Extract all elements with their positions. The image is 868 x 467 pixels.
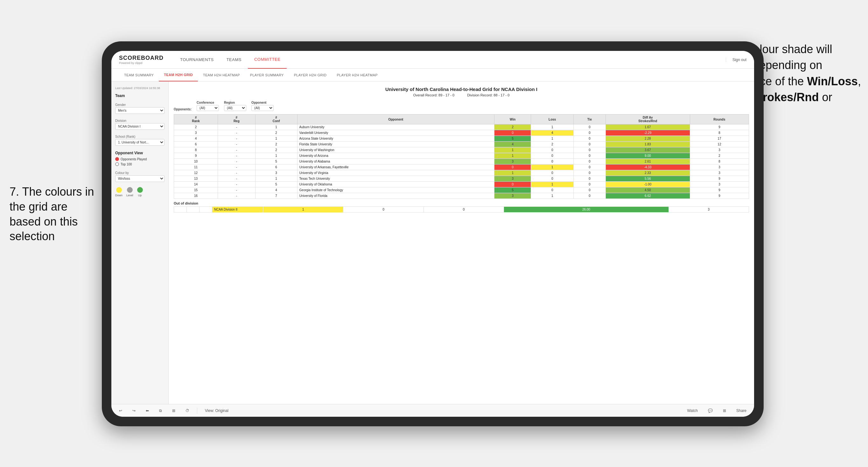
gender-label: Gender	[115, 103, 164, 106]
legend-up: Up	[137, 187, 143, 197]
last-updated: Last Updated: 27/03/2024 16:55:38	[115, 87, 164, 90]
table-row: 12 - 3 University of Virginia 1 0 0 2.33…	[174, 170, 749, 176]
legend-down: Down	[115, 187, 123, 197]
legend-dot-down	[116, 187, 122, 193]
filter-opponent-select[interactable]: (All)	[251, 105, 274, 111]
school-select[interactable]: 1. University of Nort...	[115, 139, 164, 146]
app-header: SCOREBOARD Powered by clippd TOURNAMENTS…	[111, 51, 754, 69]
grid-area: University of North Carolina Head-to-Hea…	[168, 82, 754, 404]
main-content: Last Updated: 27/03/2024 16:55:38 Team G…	[111, 82, 754, 404]
filter-conference: Conference (All)	[197, 101, 219, 111]
tab-team-h2h-grid[interactable]: TEAM H2H GRID	[159, 69, 198, 82]
toolbar-watch[interactable]: Watch	[684, 407, 700, 414]
table-row: 14 - 5 University of Oklahoma 0 1 0 -1.0…	[174, 182, 749, 187]
tab-team-h2h-heatmap[interactable]: TEAM H2H HEATMAP	[198, 69, 245, 82]
filter-region: Region (All)	[224, 101, 246, 111]
toolbar-comment[interactable]: 💬	[705, 407, 715, 414]
colour-by-select[interactable]: Win/loss	[115, 175, 164, 182]
col-rank: #Rank	[174, 115, 218, 124]
grid-records: Overall Record: 89 - 17 - 0 Division Rec…	[174, 93, 749, 97]
tablet-frame: SCOREBOARD Powered by clippd TOURNAMENTS…	[102, 41, 764, 426]
tab-player-summary[interactable]: PLAYER SUMMARY	[245, 69, 289, 82]
out-division-table: NCAA Division II 1 0 0 26.00 3	[174, 207, 749, 213]
filters-row: Opponents: Conference (All) Region (All)	[174, 101, 749, 111]
gender-select[interactable]: Men's	[115, 107, 164, 114]
nav-committee[interactable]: COMMITTEE	[248, 51, 287, 69]
radio-dot-opponents-played	[115, 157, 119, 161]
radio-opponents-played[interactable]: Opponents Played	[115, 157, 164, 161]
col-win: Win	[494, 115, 531, 124]
toolbar-back[interactable]: ⬅	[143, 407, 151, 414]
filter-region-select[interactable]: (All)	[224, 105, 246, 111]
color-legend: Down Level Up	[115, 187, 164, 197]
division-select[interactable]: NCAA Division I	[115, 123, 164, 130]
overall-record: Overall Record: 89 - 17 - 0	[413, 93, 455, 97]
sidebar-opponent-view-section: Opponent View Opponents Played Top 100	[115, 151, 164, 166]
table-row: 11 - 6 University of Arkansas, Fayettevi…	[174, 164, 749, 170]
col-rounds: Rounds	[690, 115, 749, 124]
table-row: 9 - 1 University of Arizona 1 0 0 9.00 2	[174, 153, 749, 159]
tab-player-h2h-heatmap[interactable]: PLAYER H2H HEATMAP	[332, 69, 382, 82]
toolbar-redo[interactable]: ↪	[130, 407, 138, 414]
opponent-view-label: Opponent View	[115, 151, 164, 155]
sidebar-gender-section: Gender Men's	[115, 103, 164, 114]
nav-tournaments[interactable]: TOURNAMENTS	[174, 51, 220, 69]
grid-title: University of North Carolina Head-to-Hea…	[174, 87, 749, 92]
annotation-left: 7. The colours in the grid are based on …	[9, 185, 99, 244]
sidebar: Last Updated: 27/03/2024 16:55:38 Team G…	[111, 82, 168, 404]
radio-label-top-100: Top 100	[121, 162, 132, 166]
opponent-view-radio-group: Opponents Played Top 100	[115, 157, 164, 166]
toolbar-grid[interactable]: ⊞	[720, 407, 728, 414]
tablet-screen: SCOREBOARD Powered by clippd TOURNAMENTS…	[111, 51, 754, 417]
toolbar-share[interactable]: Share	[734, 407, 749, 414]
filter-region-label: Region	[224, 101, 246, 104]
legend-label-up: Up	[138, 194, 142, 197]
toolbar-clock[interactable]: ⏱	[183, 407, 192, 414]
col-opponent: Opponent	[297, 115, 494, 124]
filter-conference-label: Conference	[197, 101, 219, 104]
legend-dot-level	[127, 187, 133, 193]
logo-scoreboard: SCOREBOARD	[119, 55, 163, 61]
colour-by-label: Colour by	[115, 171, 164, 175]
table-row: 3 - 2 Vanderbilt University 0 4 0 -2.29 …	[174, 130, 749, 136]
sign-out-button[interactable]: Sign out	[726, 58, 746, 62]
toolbar-view[interactable]: View: Original	[203, 407, 231, 414]
radio-top-100[interactable]: Top 100	[115, 162, 164, 166]
tab-team-summary[interactable]: TEAM SUMMARY	[119, 69, 159, 82]
legend-dot-up	[137, 187, 143, 193]
table-row: 2 - 1 Auburn University 2 1 0 1.67 9	[174, 124, 749, 130]
table-row: 16 - 7 University of Florida 3 1 0 6.62 …	[174, 193, 749, 199]
table-row: 6 - 2 Florida State University 4 2 0 1.8…	[174, 142, 749, 147]
data-table: #Rank #Reg #Conf Opponent Win Loss Tie D…	[174, 114, 749, 199]
nav-items: TOURNAMENTS TEAMS COMMITTEE	[174, 51, 726, 69]
out-division-row: NCAA Division II 1 0 0 26.00 3	[174, 207, 749, 213]
legend-level: Level	[126, 187, 133, 197]
toolbar-paste[interactable]: ⊞	[169, 407, 178, 414]
sidebar-colour-by-section: Colour by Win/loss	[115, 171, 164, 182]
sidebar-team-section: Team	[115, 94, 164, 98]
logo-area: SCOREBOARD Powered by clippd	[119, 55, 163, 65]
tab-player-h2h-grid[interactable]: PLAYER H2H GRID	[289, 69, 332, 82]
sub-nav: TEAM SUMMARY TEAM H2H GRID TEAM H2H HEAT…	[111, 69, 754, 82]
toolbar-copy[interactable]: ⧉	[157, 407, 164, 414]
radio-dot-top-100	[115, 162, 119, 166]
nav-teams[interactable]: TEAMS	[220, 51, 248, 69]
filter-opponent: Opponent (All)	[251, 101, 274, 111]
toolbar-undo[interactable]: ↩	[117, 407, 125, 414]
table-row: 8 - 2 University of Washington 1 0 0 3.6…	[174, 147, 749, 153]
toolbar-right: Watch 💬 ⊞ Share	[684, 407, 749, 414]
table-row: 4 - 1 Arizona State University 5 1 0 2.2…	[174, 136, 749, 142]
sidebar-school-section: School (Rank) 1. University of Nort...	[115, 135, 164, 146]
bottom-toolbar: ↩ ↪ ⬅ ⧉ ⊞ ⏱ View: Original Watch 💬 ⊞ Sha…	[111, 404, 754, 417]
col-loss: Loss	[531, 115, 574, 124]
division-label: Division	[115, 119, 164, 122]
filter-conference-select[interactable]: (All)	[197, 105, 219, 111]
col-diff: Diff AvStrokes/Rnd	[606, 115, 690, 124]
logo-sub: Powered by clippd	[119, 61, 163, 65]
radio-label-opponents-played: Opponents Played	[121, 157, 147, 161]
table-row: 10 - 5 University of Alabama 3 0 0 2.61 …	[174, 159, 749, 164]
division-record: Division Record: 88 - 17 - 0	[467, 93, 509, 97]
team-label: Team	[115, 94, 164, 98]
col-reg: #Reg	[218, 115, 255, 124]
table-row: 13 - 1 Texas Tech University 3 0 0 5.56 …	[174, 176, 749, 182]
